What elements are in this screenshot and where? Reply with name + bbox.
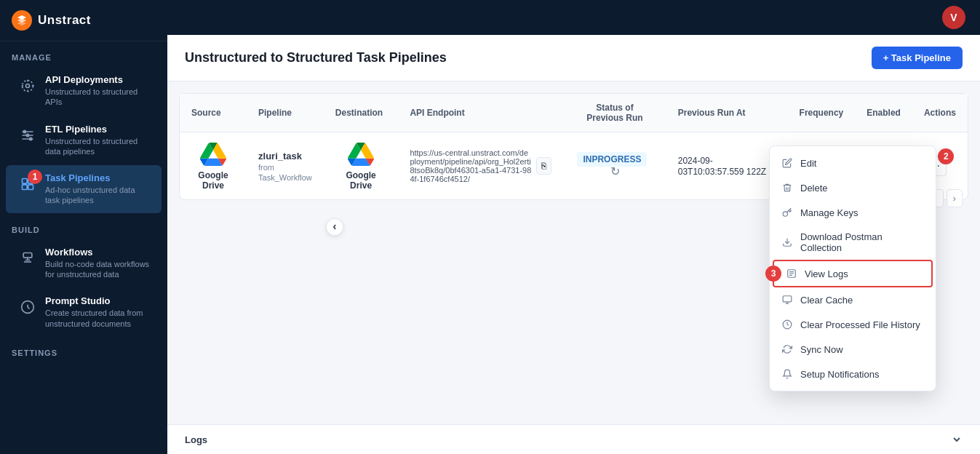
col-actions: Actions [912,94,968,132]
api-deployments-text: API Deployments Unstructured to structur… [45,74,150,108]
sidebar: Unstract MANAGE API Deployments Unstruct… [0,0,167,454]
sidebar-item-prompt-studio[interactable]: Prompt Studio Create structured data fro… [6,288,162,336]
settings-section-label: SETTINGS [0,337,167,362]
sidebar-collapse-button[interactable] [326,218,343,236]
view-logs-step-badge: 3 [765,266,781,282]
copy-api-button[interactable]: ⎘ [536,157,551,175]
svg-point-10 [783,212,787,216]
api-deployments-icon [17,76,38,96]
destination-cell: Google Drive [324,132,399,200]
api-deployments-title: API Deployments [45,74,150,85]
source-google-drive: Google Drive [191,141,235,191]
dropdown-sync-now[interactable]: Sync Now [770,337,936,362]
prompt-studio-title: Prompt Studio [45,295,150,306]
sync-now-label: Sync Now [800,344,843,355]
col-status: Status ofPrevious Run [563,94,666,132]
api-endpoint-cell: https://us-central.unstract.com/deployme… [398,132,563,200]
delete-label: Delete [800,183,828,194]
destination-google-drive: Google Drive [335,141,387,191]
dropdown-clear-processed[interactable]: Clear Processed File History [770,312,936,337]
col-source: Source [180,94,247,132]
api-endpoint-container: https://us-central.unstract.com/deployme… [410,148,551,183]
topbar: V [167,0,980,35]
pagination-next[interactable]: › [947,189,963,207]
key-icon [781,207,793,218]
download-icon [781,236,793,248]
source-label: Google Drive [191,170,235,191]
unstract-logo-icon [12,10,32,31]
app-name: Unstract [38,13,91,28]
etl-pipelines-title: ETL Pipelines [45,124,150,135]
svg-rect-9 [28,185,33,190]
col-pipeline: Pipeline [247,94,324,132]
task-pipelines-desc: Ad-hoc unstructured data task pipelines [45,185,150,206]
logs-icon [786,268,797,279]
pipeline-info: zluri_task from Task_Workflow [258,151,312,182]
manage-keys-label: Manage Keys [800,207,859,218]
logs-chevron-icon [951,434,963,445]
dropdown-download-postman[interactable]: Download Postman Collection [770,225,936,260]
sync-icon [781,343,793,355]
page-header: Unstructured to Structured Task Pipeline… [167,35,980,81]
svg-point-4 [26,134,28,136]
edit-icon [781,157,793,169]
destination-label: Google Drive [335,170,387,191]
dropdown-edit[interactable]: Edit [770,151,936,175]
refresh-status-button[interactable]: ↻ [610,165,620,178]
etl-pipelines-text: ETL Pipelines Unstructured to structured… [45,124,150,157]
pipeline-from-value: Task_Workflow [258,173,312,182]
build-section-label: BUILD [0,214,167,239]
col-prev-run: Previous Run At [666,94,788,132]
col-api-endpoint: API Endpoint [398,94,563,132]
edit-label: Edit [800,158,816,169]
status-cell: INPROGRESS ↻ [563,132,666,200]
source-cell: Google Drive [180,132,247,200]
status-badge: INPROGRESS [577,152,647,167]
sidebar-item-api-deployments[interactable]: API Deployments Unstructured to structur… [6,67,162,115]
etl-pipelines-desc: Unstructured to structured data pipeline… [45,136,150,157]
svg-point-1 [26,84,30,88]
task-pipelines-title: Task Pipelines [45,172,150,183]
user-avatar[interactable]: V [942,6,965,29]
cache-icon [781,294,793,306]
svg-point-5 [30,138,32,140]
col-frequency: Frequency [788,94,856,132]
logs-label: Logs [185,434,207,445]
history-icon [781,319,793,330]
workflows-desc: Build no-code data workflows for unstruc… [45,259,150,280]
task-pipelines-icon: 1 [17,174,38,194]
svg-point-2 [23,81,33,92]
workflows-icon [17,248,38,268]
col-enabled: Enabled [855,94,912,132]
destination-drive-icon [348,141,374,167]
google-drive-icon [200,141,226,167]
clear-processed-label: Clear Processed File History [800,319,920,330]
prompt-studio-icon [17,297,38,317]
dropdown-clear-cache[interactable]: Clear Cache [770,287,936,312]
dropdown-view-logs[interactable]: 3 View Logs [773,260,933,287]
prompt-studio-desc: Create structured data from unstructured… [45,308,150,329]
prev-run-time: 2024-09-03T10:03:57.559 122Z [678,156,766,177]
task-pipelines-text: Task Pipelines Ad-hoc unstructured data … [45,172,150,206]
svg-rect-13 [783,296,792,302]
bell-icon [781,368,793,380]
actions-dropdown-menu: Edit Delete Manage Keys Download Postman… [769,146,936,391]
add-task-pipeline-button[interactable]: + Task Pipeline [872,47,963,69]
dropdown-setup-notifications[interactable]: Setup Notifications [770,362,936,386]
svg-rect-8 [23,185,28,190]
dropdown-manage-keys[interactable]: Manage Keys [770,200,936,225]
sidebar-item-workflows[interactable]: Workflows Build no-code data workflows f… [6,239,162,287]
view-logs-label: View Logs [805,268,848,279]
dropdown-delete[interactable]: Delete [770,175,936,200]
sidebar-item-etl-pipelines[interactable]: ETL Pipelines Unstructured to structured… [6,116,162,164]
trash-icon [781,182,793,194]
actions-step-badge: 2 [938,148,954,164]
clear-cache-label: Clear Cache [800,295,853,306]
sidebar-logo: Unstract [0,0,167,41]
logs-bar[interactable]: Logs [167,424,980,454]
download-postman-label: Download Postman Collection [800,231,924,253]
sidebar-item-task-pipelines[interactable]: 1 Task Pipelines Ad-hoc unstructured dat… [6,165,162,213]
svg-rect-6 [23,179,28,184]
col-destination: Destination [324,94,399,132]
workflows-text: Workflows Build no-code data workflows f… [45,247,150,280]
